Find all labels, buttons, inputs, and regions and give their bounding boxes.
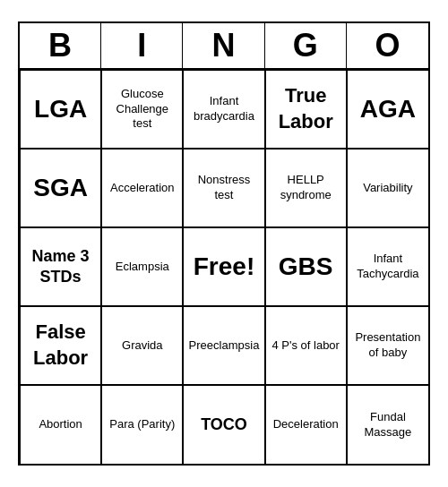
bingo-cell: Infant Tachycardia (347, 227, 428, 306)
cell-label: Free! (194, 251, 254, 283)
cell-label: 4 P's of labor (271, 338, 339, 354)
bingo-card: BINGO LGAGlucose Challenge testInfant br… (18, 21, 430, 466)
bingo-header-letter: G (265, 23, 347, 68)
bingo-cell: Abortion (20, 385, 101, 464)
cell-label: Preeclampsia (189, 338, 260, 354)
bingo-cell: Variability (347, 149, 428, 227)
bingo-cell: Acceleration (101, 149, 183, 227)
bingo-header-letter: I (101, 23, 183, 68)
bingo-cell: Deceleration (265, 385, 347, 464)
bingo-cell: TOCO (183, 385, 264, 464)
bingo-cell: Preeclampsia (183, 306, 264, 385)
bingo-header: BINGO (20, 23, 428, 70)
bingo-cell: Infant bradycardia (183, 70, 264, 149)
cell-label: GBS (279, 251, 333, 283)
cell-label: HELLP syndrome (270, 173, 342, 203)
cell-label: Acceleration (110, 181, 175, 196)
bingo-cell: Para (Parity) (101, 385, 183, 464)
bingo-cell: Nonstress test (183, 149, 264, 227)
cell-label: Abortion (39, 417, 82, 432)
bingo-cell: True Labor (265, 70, 347, 149)
cell-label: Variability (363, 181, 412, 196)
cell-label: Deceleration (273, 417, 339, 432)
bingo-cell: GBS (265, 227, 347, 306)
cell-label: Name 3 STDs (24, 246, 97, 288)
bingo-grid: LGAGlucose Challenge testInfant bradycar… (20, 70, 428, 464)
bingo-cell: AGA (347, 70, 428, 149)
bingo-cell: Free! (183, 227, 264, 306)
bingo-cell: Presentation of baby (347, 306, 428, 385)
bingo-cell: Glucose Challenge test (101, 70, 183, 149)
bingo-cell: Name 3 STDs (20, 227, 101, 306)
cell-label: SGA (33, 172, 88, 204)
bingo-cell: Gravida (101, 306, 183, 385)
cell-label: Glucose Challenge test (106, 87, 178, 132)
bingo-cell: SGA (20, 149, 101, 227)
cell-label: LGA (34, 93, 87, 125)
bingo-cell: Eclampsia (101, 227, 183, 306)
cell-label: Nonstress test (187, 173, 260, 203)
cell-label: True Labor (270, 83, 342, 134)
bingo-cell: Fundal Massage (347, 385, 428, 464)
cell-label: Gravida (122, 338, 163, 354)
cell-label: AGA (360, 93, 416, 125)
cell-label: False Labor (24, 320, 97, 371)
bingo-header-letter: N (183, 23, 264, 68)
bingo-cell: 4 P's of labor (265, 306, 347, 385)
bingo-cell: HELLP syndrome (265, 149, 347, 227)
cell-label: Presentation of baby (351, 330, 425, 361)
cell-label: Para (Parity) (109, 417, 175, 432)
bingo-cell: False Labor (20, 306, 101, 385)
cell-label: Infant bradycardia (187, 94, 260, 124)
cell-label: TOCO (201, 414, 247, 435)
bingo-header-letter: B (20, 23, 101, 68)
cell-label: Fundal Massage (351, 410, 425, 440)
bingo-cell: LGA (20, 70, 101, 149)
cell-label: Infant Tachycardia (351, 252, 425, 282)
cell-label: Eclampsia (116, 260, 169, 275)
bingo-header-letter: O (347, 23, 428, 68)
